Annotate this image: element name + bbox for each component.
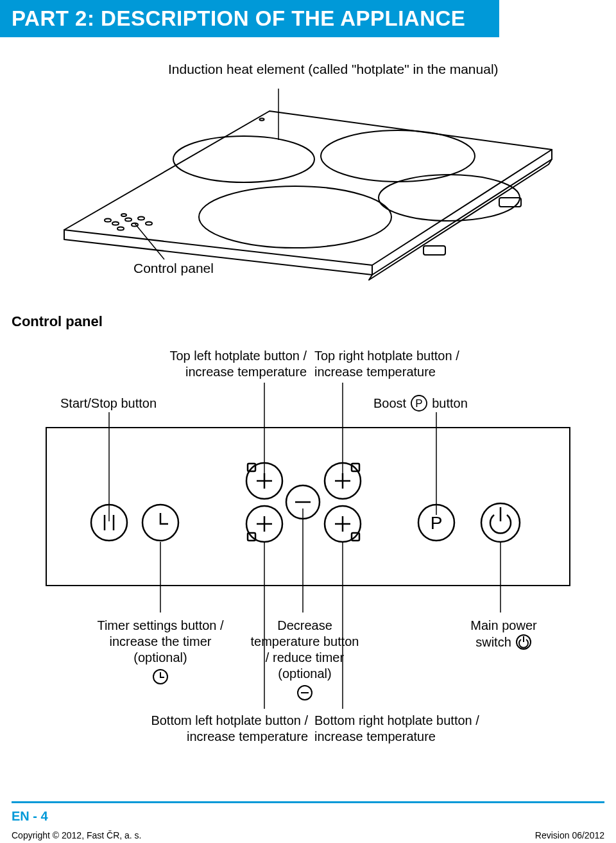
top-right-hotplate-icon <box>325 463 361 499</box>
svg-rect-0 <box>424 246 445 255</box>
revision-text: Revision 06/2012 <box>535 830 604 840</box>
control-panel-diagram: Top left hotplate button / increase temp… <box>0 330 616 779</box>
svg-point-12 <box>138 217 144 220</box>
svg-point-14 <box>117 227 124 230</box>
label-bottom-left-hotplate: Bottom left hotplate button / increase t… <box>128 713 308 745</box>
timer-settings-text: Timer settings button / increase the tim… <box>96 618 225 666</box>
decrease-temperature-text: Decrease temperature button / reduce tim… <box>250 618 359 682</box>
label-decrease-temperature: Decrease temperature button / reduce tim… <box>250 618 359 705</box>
label-timer-settings: Timer settings button / increase the tim… <box>96 618 225 689</box>
main-power-text-2: switch <box>475 634 511 650</box>
label-bottom-right-hotplate: Bottom right hotplate button / increase … <box>314 713 501 745</box>
footer-rule <box>12 801 604 803</box>
top-left-hotplate-icon <box>246 463 282 499</box>
bottom-left-hotplate-icon <box>246 506 282 542</box>
control-panel-callout-label: Control panel <box>133 261 214 276</box>
timer-small-icon <box>152 668 169 685</box>
svg-point-5 <box>379 175 520 221</box>
hotplate-callout-label: Induction heat element (called "hotplate… <box>168 62 499 77</box>
bottom-right-hotplate-icon <box>325 506 361 542</box>
page-title: PART 2: DESCRIPTION OF THE APPLIANCE <box>0 0 499 37</box>
page-number: EN - 4 <box>12 809 48 824</box>
minus-small-icon <box>296 684 313 701</box>
svg-point-29 <box>91 505 127 541</box>
cooktop-illustration <box>38 89 565 281</box>
control-panel-schematic: P <box>45 426 571 587</box>
svg-point-7 <box>105 219 111 222</box>
svg-point-3 <box>321 130 475 182</box>
power-small-icon <box>515 634 532 650</box>
appliance-illustration-area: Induction heat element (called "hotplate… <box>0 37 616 268</box>
svg-point-9 <box>121 214 126 216</box>
svg-text:P: P <box>431 513 443 533</box>
svg-point-13 <box>146 222 152 225</box>
pause-button-icon <box>91 505 127 541</box>
label-main-power: Main power switch <box>449 618 558 650</box>
copyright-text: Copyright © 2012, Fast ČR, a. s. <box>12 830 142 840</box>
svg-point-10 <box>125 218 132 222</box>
svg-point-6 <box>260 118 264 121</box>
timer-button-icon <box>142 505 178 541</box>
svg-point-2 <box>173 136 314 182</box>
power-button-icon <box>481 503 520 542</box>
svg-point-4 <box>199 186 391 248</box>
control-panel-heading: Control panel <box>12 313 616 330</box>
main-power-text-1: Main power <box>449 618 558 634</box>
decrease-button-icon <box>286 485 320 519</box>
svg-point-8 <box>112 222 119 225</box>
